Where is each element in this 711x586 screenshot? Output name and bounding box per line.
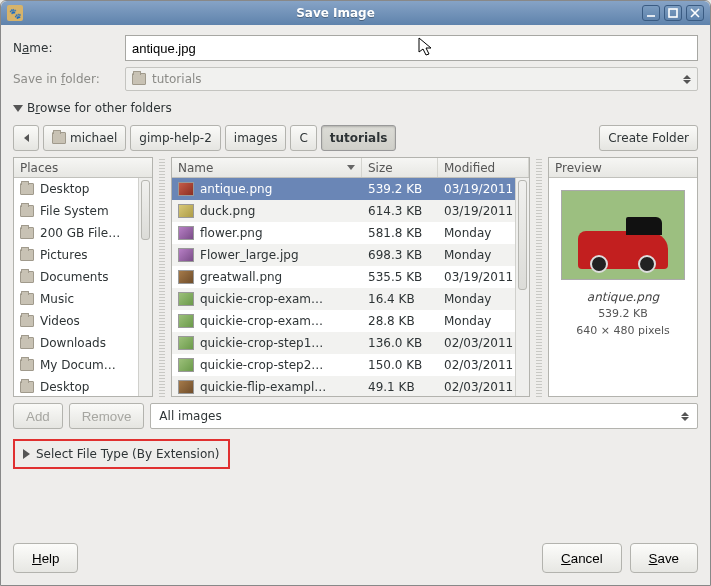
window-title: Save Image	[29, 6, 642, 20]
filename-input[interactable]	[125, 35, 698, 61]
places-item[interactable]: My Docum…	[14, 354, 152, 376]
preview-info: antique.png 539.2 KB 640 × 480 pixels	[576, 288, 669, 339]
folder-icon	[20, 227, 34, 239]
app-icon: 🐾	[7, 5, 23, 21]
path-segment-c[interactable]: C	[290, 125, 316, 151]
places-scrollbar[interactable]	[138, 178, 152, 396]
places-item[interactable]: Desktop	[14, 178, 152, 200]
files-scrollbar[interactable]	[515, 178, 529, 396]
pane-resize-handle[interactable]	[536, 157, 542, 397]
chevron-left-icon	[24, 134, 29, 142]
select-filetype-expander[interactable]: Select File Type (By Extension)	[13, 439, 230, 469]
sort-arrow-icon	[347, 165, 355, 170]
name-label: Name:	[13, 41, 111, 55]
file-row[interactable]: quickie-crop-step2…150.0 KB02/03/2011	[172, 354, 529, 376]
places-item[interactable]: Pictures	[14, 244, 152, 266]
preview-header: Preview	[549, 158, 697, 178]
save-image-dialog: 🐾 Save Image Name: Save in folder: tutor…	[0, 0, 711, 586]
file-row[interactable]: antique.png539.2 KB03/19/2011	[172, 178, 529, 200]
folder-icon	[20, 183, 34, 195]
file-thumbnail-icon	[178, 336, 194, 350]
places-item[interactable]: 200 GB File…	[14, 222, 152, 244]
preview-panel: Preview antique.png 539.2 KB 640 × 480 p…	[548, 157, 698, 397]
folder-icon	[52, 132, 66, 144]
save-button[interactable]: Save	[630, 543, 698, 573]
file-filter-combo[interactable]: All images	[150, 403, 698, 429]
remove-place-button: Remove	[69, 403, 145, 429]
places-panel: Places DesktopFile System200 GB File…Pic…	[13, 157, 153, 397]
folder-icon	[20, 293, 34, 305]
column-header-size[interactable]: Size	[362, 158, 438, 177]
expander-arrow-icon	[23, 449, 30, 459]
places-item[interactable]: File System	[14, 200, 152, 222]
folder-combo: tutorials	[125, 67, 698, 91]
cancel-button[interactable]: Cancel	[542, 543, 622, 573]
file-thumbnail-icon	[178, 248, 194, 262]
file-thumbnail-icon	[178, 314, 194, 328]
file-thumbnail-icon	[178, 358, 194, 372]
svg-rect-0	[669, 9, 677, 17]
create-folder-button[interactable]: Create Folder	[599, 125, 698, 151]
file-list-panel: Name Size Modified antique.png539.2 KB03…	[171, 157, 530, 397]
path-segment-tutorials[interactable]: tutorials	[321, 125, 397, 151]
places-item[interactable]: Desktop	[14, 376, 152, 396]
folder-icon	[20, 359, 34, 371]
path-segment-michael[interactable]: michael	[43, 125, 126, 151]
titlebar: 🐾 Save Image	[1, 1, 710, 25]
folder-icon	[20, 271, 34, 283]
add-place-button: Add	[13, 403, 63, 429]
folder-label: Save in folder:	[13, 72, 111, 86]
minimize-button[interactable]	[642, 5, 660, 21]
folder-icon	[132, 73, 146, 85]
browse-folders-expander[interactable]: Browse for other folders	[13, 97, 698, 119]
file-row[interactable]: flower.png581.8 KBMonday	[172, 222, 529, 244]
path-segment-images[interactable]: images	[225, 125, 287, 151]
path-segment-gimp-help-2[interactable]: gimp-help-2	[130, 125, 221, 151]
file-thumbnail-icon	[178, 182, 194, 196]
file-thumbnail-icon	[178, 226, 194, 240]
combo-arrows-icon	[681, 412, 689, 421]
column-header-modified[interactable]: Modified	[438, 158, 529, 177]
file-thumbnail-icon	[178, 204, 194, 218]
file-row[interactable]: greatwall.png535.5 KB03/19/2011	[172, 266, 529, 288]
folder-icon	[20, 337, 34, 349]
help-button[interactable]: Help	[13, 543, 78, 573]
places-header[interactable]: Places	[14, 158, 152, 178]
folder-icon	[20, 205, 34, 217]
folder-icon	[20, 315, 34, 327]
file-row[interactable]: Flower_large.jpg698.3 KBMonday	[172, 244, 529, 266]
path-back-button[interactable]	[13, 125, 39, 151]
file-row[interactable]: duck.png614.3 KB03/19/2011	[172, 200, 529, 222]
combo-arrows-icon	[683, 75, 691, 84]
close-button[interactable]	[686, 5, 704, 21]
preview-thumbnail	[561, 190, 685, 280]
file-row[interactable]: quickie-crop-exam…16.4 KBMonday	[172, 288, 529, 310]
file-row[interactable]: quickie-flip-exampl…49.1 KB02/03/2011	[172, 376, 529, 396]
file-thumbnail-icon	[178, 292, 194, 306]
pane-resize-handle[interactable]	[159, 157, 165, 397]
places-item[interactable]: Downloads	[14, 332, 152, 354]
places-item[interactable]: Videos	[14, 310, 152, 332]
places-item[interactable]: Music	[14, 288, 152, 310]
folder-icon	[20, 381, 34, 393]
file-thumbnail-icon	[178, 380, 194, 394]
expander-arrow-icon	[13, 105, 23, 112]
maximize-button[interactable]	[664, 5, 682, 21]
folder-icon	[20, 249, 34, 261]
file-thumbnail-icon	[178, 270, 194, 284]
file-row[interactable]: quickie-crop-step1…136.0 KB02/03/2011	[172, 332, 529, 354]
column-header-name[interactable]: Name	[172, 158, 362, 177]
places-item[interactable]: Documents	[14, 266, 152, 288]
file-row[interactable]: quickie-crop-exam…28.8 KBMonday	[172, 310, 529, 332]
